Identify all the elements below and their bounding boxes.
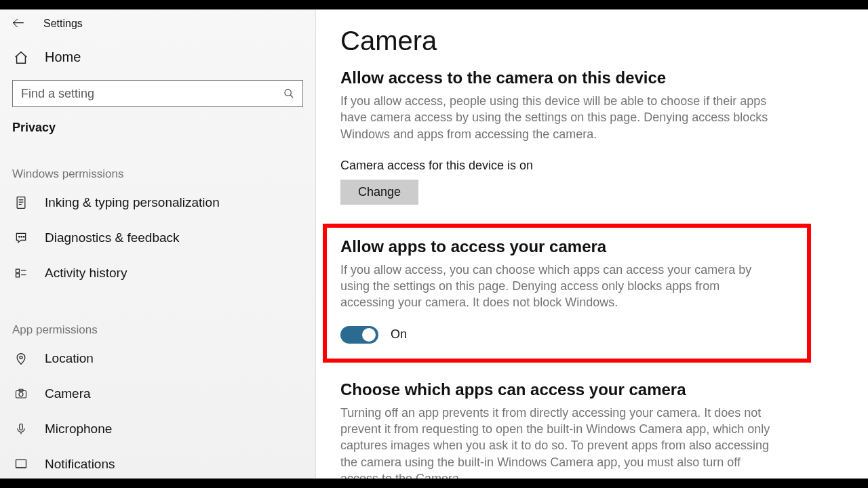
svg-point-7 [21,237,22,238]
back-arrow-icon[interactable]: 🡠 [12,16,24,30]
titlebar: 🡠 Settings [0,14,315,40]
nav-camera[interactable]: Camera [0,376,315,411]
nav-inking-typing[interactable]: Inking & typing personalization [0,185,315,220]
nav-item-label: Camera [45,386,91,401]
main-content: Camera Allow access to the camera on thi… [316,9,868,479]
camera-icon [14,386,28,401]
nav-activity-history[interactable]: Activity history [0,256,315,291]
letterbox-top [0,0,868,9]
nav-home-label: Home [45,49,81,65]
microphone-icon [14,422,28,436]
highlight-annotation: Allow apps to access your camera If you … [323,224,811,363]
nav-item-label: Activity history [45,266,127,281]
nav-notifications[interactable]: Notifications [0,447,315,482]
search-box[interactable] [12,80,303,107]
nav-item-label: Diagnostics & feedback [45,230,180,245]
home-icon [14,50,28,65]
nav-item-label: Inking & typing personalization [45,195,220,210]
section3-heading: Choose which apps can access your camera [340,380,802,399]
svg-rect-14 [16,391,26,399]
toggle-knob [362,328,376,342]
section3-body: Turning off an app prevents it from dire… [340,405,774,479]
document-icon [14,195,28,210]
change-button[interactable]: Change [340,180,418,205]
feedback-icon [14,230,28,245]
section1-body: If you allow access, people using this d… [340,93,774,142]
section2-body: If you allow access, you can choose whic… [340,262,774,311]
page-title: Camera [340,26,848,56]
svg-point-15 [19,392,23,396]
section3: Choose which apps can access your camera… [340,380,802,479]
svg-line-1 [290,95,293,98]
svg-point-6 [19,237,20,238]
svg-rect-9 [16,269,20,272]
history-icon [14,266,28,281]
search-icon [283,88,294,99]
section2-heading: Allow apps to access your camera [340,237,793,256]
camera-access-status: Camera access for this device is on [340,159,848,173]
svg-rect-19 [16,460,26,468]
nav-diagnostics-feedback[interactable]: Diagnostics & feedback [0,220,315,256]
nav-item-label: Location [45,351,94,366]
nav-microphone[interactable]: Microphone [0,411,315,447]
sidebar: 🡠 Settings Home Privacy Windows permissi… [0,9,316,479]
section1-heading: Allow access to the camera on this devic… [340,68,848,87]
svg-rect-10 [16,274,20,277]
category-label: Privacy [0,107,315,135]
notifications-icon [14,457,28,472]
nav-home[interactable]: Home [0,40,315,75]
svg-point-8 [23,237,24,238]
allow-apps-toggle-row: On [340,326,793,344]
svg-point-0 [285,89,291,96]
svg-rect-2 [17,197,25,209]
settings-window: 🡠 Settings Home Privacy Windows permissi… [0,9,868,479]
location-icon [14,351,28,366]
svg-rect-17 [20,424,23,430]
svg-rect-16 [19,389,23,391]
nav-location[interactable]: Location [0,341,315,376]
toggle-state-label: On [391,327,407,342]
group-windows-permissions: Windows permissions [0,135,315,185]
window-title: Settings [43,18,83,30]
group-app-permissions: App permissions [0,291,315,341]
nav-item-label: Microphone [45,422,112,436]
svg-point-13 [20,356,22,359]
search-input[interactable] [21,87,283,101]
nav-item-label: Notifications [45,457,115,472]
allow-apps-toggle[interactable] [340,326,378,344]
search-container [0,75,315,107]
